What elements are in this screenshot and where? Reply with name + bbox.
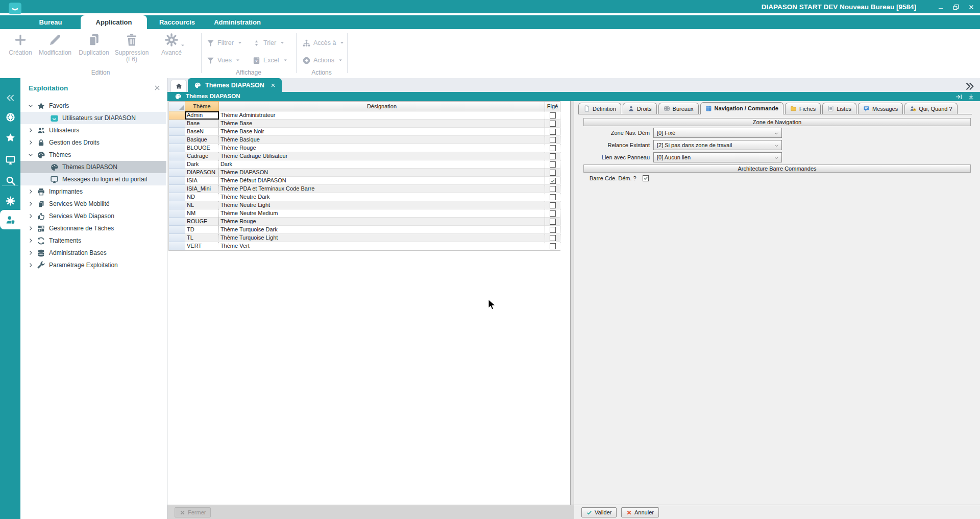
sidebar-item-services-web-mobilit[interactable]: Services Web Mobilité bbox=[20, 198, 166, 210]
sidebar-item-favoris[interactable]: Favoris bbox=[20, 100, 166, 112]
row-selector[interactable] bbox=[169, 218, 185, 226]
vues-button[interactable]: Vues bbox=[206, 55, 240, 66]
tab-close-icon[interactable] bbox=[271, 83, 276, 88]
fige-checkbox[interactable] bbox=[550, 161, 556, 168]
cell-theme[interactable]: NL bbox=[185, 201, 219, 209]
cell-theme[interactable]: ND bbox=[185, 193, 219, 201]
row-selector[interactable] bbox=[169, 185, 185, 193]
row-selector[interactable] bbox=[169, 111, 185, 120]
cell-designation[interactable]: Thème Rouge bbox=[219, 218, 545, 226]
properties-tab-messages[interactable]: Messages bbox=[858, 103, 903, 114]
cell-designation[interactable]: Thème Rouge bbox=[219, 144, 545, 152]
cell-theme[interactable]: Cadrage bbox=[185, 152, 219, 160]
sidebar-item-gestion-des-droits[interactable]: Gestion des Droits bbox=[20, 136, 166, 149]
cell-designation[interactable]: Thème Neutre Light bbox=[219, 201, 545, 209]
cell-theme[interactable]: DIAPASON bbox=[185, 169, 219, 177]
sidebar-item-services-web-diapason[interactable]: Services Web Diapason bbox=[20, 210, 166, 222]
fige-checkbox[interactable] bbox=[550, 219, 556, 225]
rail-collapse-button[interactable] bbox=[0, 88, 20, 107]
cell-theme[interactable]: Admin bbox=[185, 111, 219, 120]
cell-designation[interactable]: Thème DIAPASON bbox=[219, 169, 545, 177]
cell-designation[interactable]: Thème PDA et Terminaux Code Barre bbox=[219, 185, 545, 193]
cell-theme[interactable]: BLOUGE bbox=[185, 144, 219, 152]
cell-theme[interactable]: NM bbox=[185, 209, 219, 218]
panel-splitter[interactable] bbox=[570, 101, 574, 505]
sidebar-item-th-mes-diapason[interactable]: Thèmes DIAPASON bbox=[20, 161, 166, 173]
fige-checkbox[interactable] bbox=[550, 153, 556, 159]
row-selector[interactable] bbox=[169, 120, 185, 128]
home-tab[interactable] bbox=[170, 80, 187, 92]
menu-tab-bureau[interactable]: Bureau bbox=[20, 15, 81, 29]
column-header-designation[interactable]: Désignation bbox=[219, 101, 545, 111]
rail-search-button[interactable] bbox=[0, 171, 20, 190]
properties-tab-navigation-commande[interactable]: Navigation / Commande bbox=[700, 102, 783, 114]
collapse-panel-icon[interactable] bbox=[967, 93, 975, 101]
row-selector[interactable] bbox=[169, 144, 185, 152]
actions-button[interactable]: Actions bbox=[302, 55, 343, 66]
annuler-button[interactable]: Annuler bbox=[621, 507, 659, 517]
avance-dropdown-caret-icon[interactable] bbox=[180, 42, 186, 49]
acc-s-button[interactable]: Accès à bbox=[302, 37, 345, 49]
cell-designation[interactable]: Thème Basique bbox=[219, 136, 545, 144]
cell-theme[interactable]: BaseN bbox=[185, 128, 219, 136]
cell-theme[interactable]: ISIA bbox=[185, 177, 219, 185]
restore-button[interactable] bbox=[950, 3, 962, 12]
properties-tab-bureaux[interactable]: Bureaux bbox=[658, 103, 699, 114]
properties-tab-listes[interactable]: Listes bbox=[822, 103, 856, 114]
dropdown-relance-existant[interactable]: [2] Si pas dans zone de travail bbox=[653, 140, 782, 150]
cell-theme[interactable]: ISIA_Mini bbox=[185, 185, 219, 193]
fermer-button[interactable]: Fermer bbox=[175, 507, 211, 517]
select-all-corner[interactable] bbox=[169, 101, 185, 111]
suppression-button[interactable]: Suppression(F6) bbox=[113, 32, 150, 63]
fige-checkbox[interactable] bbox=[550, 121, 556, 127]
rail-user-security-button[interactable] bbox=[0, 210, 20, 229]
fige-checkbox[interactable] bbox=[550, 243, 556, 249]
sidebar-item-gestionnaire-de-t-ches[interactable]: Gestionnaire de Tâches bbox=[20, 222, 166, 234]
sidebar-item-th-mes[interactable]: Thèmes bbox=[20, 149, 166, 161]
tab-themes-diapason[interactable]: Thèmes DIAPASON bbox=[188, 78, 282, 92]
cell-designation[interactable]: Thème Défaut DIAPASON bbox=[219, 177, 545, 185]
row-selector[interactable] bbox=[169, 201, 185, 209]
row-selector[interactable] bbox=[169, 160, 185, 169]
cell-designation[interactable]: Thème Cadrage Utilisateur bbox=[219, 152, 545, 160]
row-selector[interactable] bbox=[169, 136, 185, 144]
fige-checkbox[interactable] bbox=[550, 210, 556, 217]
fige-checkbox[interactable] bbox=[550, 145, 556, 151]
column-header-theme[interactable]: Thème bbox=[185, 101, 219, 111]
row-selector[interactable] bbox=[169, 226, 185, 234]
sidebar-item-messages-du-login-et-du-portail[interactable]: Messages du login et du portail bbox=[20, 173, 166, 185]
cell-theme[interactable]: ROUGE bbox=[185, 218, 219, 226]
properties-tab-d-finition[interactable]: Définition bbox=[578, 103, 621, 114]
cell-designation[interactable]: Thème Vert bbox=[219, 242, 545, 250]
cell-designation[interactable]: Thème Turquoise Light bbox=[219, 234, 545, 242]
dropdown-lien-avec-panneau[interactable]: [0] Aucun lien bbox=[653, 152, 782, 162]
sidebar-item-administration-bases[interactable]: Administration Bases bbox=[20, 247, 166, 259]
sidebar-item-traitements[interactable]: Traitements bbox=[20, 234, 166, 247]
pin-panel-icon[interactable] bbox=[955, 93, 963, 101]
sidebar-item-imprimantes[interactable]: Imprimantes bbox=[20, 185, 166, 198]
fige-checkbox[interactable] bbox=[550, 112, 556, 119]
sidebar-item-utilisateurs[interactable]: Utilisateurs bbox=[20, 124, 166, 136]
tab-overflow-chevrons-icon[interactable] bbox=[964, 81, 975, 90]
properties-tab-droits[interactable]: Droits bbox=[623, 103, 657, 114]
rail-parameters-button[interactable] bbox=[0, 192, 20, 210]
cell-theme[interactable]: Dark bbox=[185, 160, 219, 169]
cell-designation[interactable]: Thème Base bbox=[219, 120, 545, 128]
minimize-button[interactable] bbox=[935, 3, 946, 12]
cell-designation[interactable]: Thème Base Noir bbox=[219, 128, 545, 136]
sidebar-item-param-trage-exploitation[interactable]: Paramétrage Exploitation bbox=[20, 259, 166, 271]
valider-button[interactable]: Valider bbox=[581, 507, 617, 517]
fige-checkbox[interactable] bbox=[550, 202, 556, 208]
close-button[interactable] bbox=[966, 3, 977, 12]
creation-button[interactable]: Création bbox=[2, 32, 39, 56]
fige-checkbox[interactable] bbox=[550, 170, 556, 176]
row-selector[interactable] bbox=[169, 177, 185, 185]
column-header-fige[interactable]: Figé bbox=[545, 101, 560, 111]
cell-designation[interactable]: Thème Administrateur bbox=[219, 111, 545, 120]
properties-tab-qui-quand[interactable]: Qui, Quand ? bbox=[904, 103, 957, 114]
cell-theme[interactable]: TL bbox=[185, 234, 219, 242]
menu-tab-administration[interactable]: Administration bbox=[207, 15, 267, 29]
rail-favorites-button[interactable] bbox=[0, 128, 20, 147]
fige-checkbox[interactable] bbox=[550, 235, 556, 241]
trier-button[interactable]: Trier bbox=[252, 37, 285, 49]
